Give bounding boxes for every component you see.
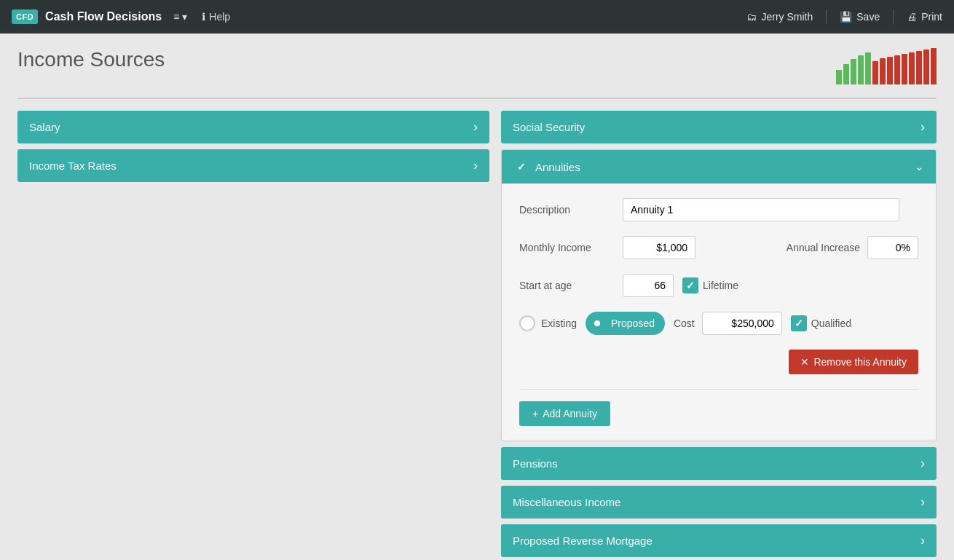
description-input[interactable] [623, 198, 899, 221]
cost-label: Cost [674, 318, 695, 329]
chart-bar [923, 50, 929, 84]
chart-bar [872, 61, 878, 84]
annuities-header[interactable]: ✓ Annuities ⌄ [502, 150, 936, 184]
print-label: Print [921, 11, 942, 23]
remove-annuity-button[interactable]: ✕ Remove this Annuity [789, 350, 918, 374]
reverse-mortgage-section-header[interactable]: Proposed Reverse Mortgage › [501, 524, 937, 557]
page-title: Income Sources [17, 48, 165, 71]
info-icon: ℹ [202, 11, 205, 23]
chart-bar [931, 48, 937, 84]
annuities-body: Description Monthly Income Annual Increa… [502, 184, 936, 441]
chart-bar [916, 51, 922, 84]
misc-income-chevron-icon: › [921, 494, 925, 510]
header-actions: 🗂 Jerry Smith 💾 Save 🖨 Print [746, 9, 942, 24]
lifetime-label: Lifetime [703, 280, 738, 291]
qualified-checkbox-group[interactable]: ✓ Qualified [791, 315, 851, 331]
reverse-mortgage-label: Proposed Reverse Mortgage [513, 535, 653, 547]
app-header: CFD Cash Flow Decisions ≡ ▾ ℹ Help 🗂 Jer… [0, 0, 954, 33]
income-tax-label: Income Tax Rates [29, 159, 117, 172]
app-logo: CFD [12, 9, 38, 24]
social-security-chevron-icon: › [921, 119, 925, 135]
existing-radio-option[interactable]: Existing [519, 315, 577, 331]
pensions-section-header[interactable]: Pensions › [501, 447, 937, 480]
social-security-section-header[interactable]: Social Security › [501, 111, 937, 143]
annual-increase-label: Annual Increase [787, 242, 860, 253]
chart-bar [865, 52, 871, 84]
start-age-input[interactable] [623, 274, 674, 297]
chart-bar [880, 58, 886, 84]
chart-bar [836, 70, 842, 84]
print-button[interactable]: 🖨 Print [907, 11, 942, 23]
annuities-check-icon: ✓ [513, 159, 529, 175]
annual-increase-group: Annual Increase [787, 236, 918, 259]
annual-increase-input[interactable] [867, 236, 918, 259]
menu-button[interactable]: ≡ ▾ [173, 11, 187, 23]
main-layout: Salary › Income Tax Rates › Social Secur… [17, 111, 937, 557]
social-security-label: Social Security [513, 121, 585, 133]
chart-bar [887, 57, 893, 84]
start-age-label: Start at age [519, 280, 614, 291]
add-annuity-button[interactable]: + Add Annuity [519, 401, 610, 426]
annuities-chevron-icon: ⌄ [915, 160, 924, 173]
annuities-label: Annuities [535, 161, 580, 173]
description-label: Description [519, 204, 614, 216]
cost-input[interactable] [702, 312, 782, 335]
right-column: Social Security › ✓ Annuities ⌄ [501, 111, 937, 557]
monthly-income-label: Monthly Income [519, 242, 614, 253]
app-title: Cash Flow Decisions [45, 10, 162, 23]
proposed-radio-option[interactable]: Proposed [586, 312, 665, 335]
save-label: Save [856, 11, 880, 23]
existing-radio-circle[interactable] [519, 315, 535, 331]
cost-group: Cost [674, 312, 782, 335]
user-menu[interactable]: 🗂 Jerry Smith [746, 11, 813, 23]
reverse-mortgage-chevron-icon: › [921, 533, 925, 548]
help-button[interactable]: ℹ Help [202, 11, 230, 23]
print-icon: 🖨 [907, 11, 917, 23]
chart-bar [909, 52, 915, 84]
monthly-income-input[interactable] [623, 236, 695, 259]
menu-chevron: ▾ [182, 11, 187, 23]
page-divider [17, 98, 937, 99]
lifetime-checkbox[interactable]: ✓ [682, 277, 698, 293]
left-column: Salary › Income Tax Rates › [17, 111, 489, 557]
qualified-checkbox[interactable]: ✓ [791, 315, 807, 331]
proposed-radio-label: Proposed [611, 318, 655, 329]
add-label: Add Annuity [543, 408, 597, 419]
remove-row: ✕ Remove this Annuity [519, 350, 918, 374]
chart-bar [843, 64, 849, 84]
menu-icon: ≡ [173, 11, 179, 23]
remove-label: Remove this Annuity [813, 356, 907, 368]
income-tax-section-header[interactable]: Income Tax Rates › [17, 149, 489, 182]
monthly-income-row: Monthly Income Annual Increase [519, 236, 918, 259]
add-icon: + [532, 408, 538, 419]
income-tax-chevron-icon: › [473, 158, 478, 173]
user-name: Jerry Smith [761, 11, 813, 23]
chart-bar [858, 55, 864, 84]
save-icon: 💾 [840, 11, 852, 23]
description-row: Description [519, 198, 918, 221]
pensions-label: Pensions [513, 457, 558, 470]
chart-bar [902, 54, 907, 84]
annuities-divider [519, 389, 918, 390]
salary-chevron-icon: › [473, 119, 478, 135]
existing-proposed-row: Existing Proposed Cost [519, 312, 918, 335]
annuities-section: ✓ Annuities ⌄ Description Monthly Income [501, 149, 937, 441]
start-age-row: Start at age ✓ Lifetime [519, 274, 918, 297]
user-icon: 🗂 [746, 11, 757, 23]
qualified-label: Qualified [811, 318, 851, 329]
page-header: Income Sources [17, 48, 937, 84]
salary-label: Salary [29, 121, 60, 133]
proposed-radio-circle[interactable] [589, 315, 605, 331]
pensions-chevron-icon: › [921, 456, 925, 471]
chart-bar [851, 59, 856, 84]
help-label: Help [209, 11, 230, 23]
lifetime-checkbox-group[interactable]: ✓ Lifetime [682, 277, 738, 293]
existing-radio-label: Existing [541, 318, 577, 329]
annuities-header-left: ✓ Annuities [513, 159, 580, 175]
chart-bar [894, 55, 900, 84]
chart-visualization [836, 48, 937, 84]
save-button[interactable]: 💾 Save [840, 11, 880, 23]
misc-income-label: Miscellaneous Income [513, 496, 620, 508]
salary-section-header[interactable]: Salary › [17, 111, 489, 143]
misc-income-section-header[interactable]: Miscellaneous Income › [501, 486, 937, 518]
